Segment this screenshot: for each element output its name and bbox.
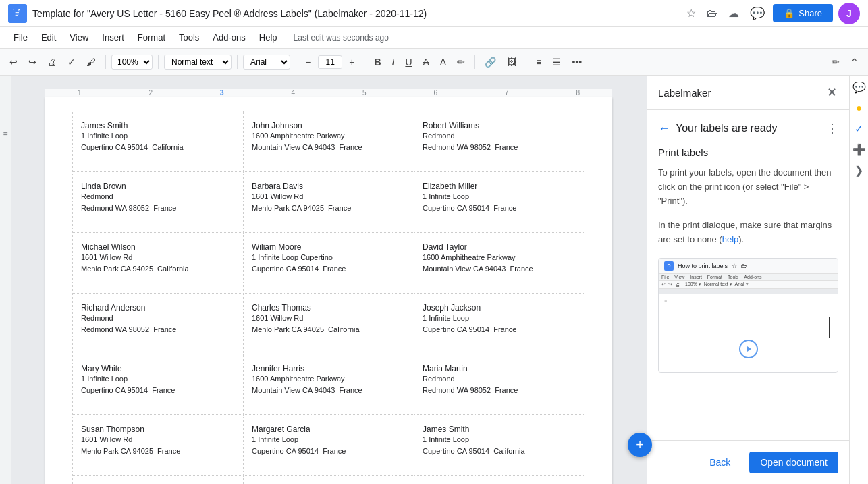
star-icon[interactable]: ☆ xyxy=(684,4,699,22)
back-button[interactable]: Back xyxy=(699,452,741,473)
print-button[interactable]: 🖨 xyxy=(43,54,61,70)
menu-help[interactable]: Help xyxy=(254,30,283,45)
menu-format[interactable]: Format xyxy=(132,30,171,45)
folder-icon[interactable]: 🗁 xyxy=(704,5,720,22)
more-options-button[interactable]: ⋮ xyxy=(826,121,838,136)
ruler-marks: 1 2 3 4 5 6 7 8 xyxy=(51,89,607,97)
menu-tools[interactable]: Tools xyxy=(173,30,205,45)
add-float-button[interactable]: + xyxy=(628,433,647,457)
open-document-button[interactable]: Open document xyxy=(749,452,838,473)
label-cell: Linda Brown RedmondRedmond WA 98052 Fran… xyxy=(73,172,244,233)
panel-header: Labelmaker ✕ xyxy=(647,76,849,110)
redo-button[interactable]: ↪ xyxy=(24,54,40,70)
image-button[interactable]: 🖼 xyxy=(503,54,520,70)
document-area[interactable]: 1 2 3 4 5 6 7 8 James Smith 1 Infinite L… xyxy=(11,76,647,484)
separator-1 xyxy=(105,55,106,69)
spellcheck-button[interactable]: ✓ xyxy=(63,54,80,70)
share-button[interactable]: 🔒 Share xyxy=(773,4,833,22)
preview-title-text: How to print labels xyxy=(678,263,728,269)
strikethrough-button[interactable]: A xyxy=(419,54,433,70)
label-cell: Patricia Jones 1600 Amphitheatre Parkway xyxy=(414,476,585,484)
underline-button[interactable]: U xyxy=(401,54,416,70)
label-cell: Susan Thompson 1601 Willow RdMenlo Park … xyxy=(73,415,244,476)
separator-6 xyxy=(474,55,475,69)
label-cell: Wiliam Moore 1 Infinite Loop CupertinoCu… xyxy=(244,233,414,294)
title-bar: Template for "Avery US Letter - 5160 Eas… xyxy=(0,0,868,27)
label-cell: Mary White 1 Infinite LoopCupertino CA 9… xyxy=(73,354,244,415)
italic-button[interactable]: I xyxy=(388,54,399,70)
preview-ruler xyxy=(659,289,838,294)
side-panel: Labelmaker ✕ ← Your labels are ready ⋮ P… xyxy=(647,76,849,484)
label-cell: John Johnson 1600 Amphitheatre Parkway xyxy=(73,476,244,484)
label-cell: Joseph Jackson 1 Infinite LoopCupertino … xyxy=(414,294,585,354)
close-panel-button[interactable]: ✕ xyxy=(825,84,838,101)
comments-icon[interactable]: 💬 xyxy=(747,3,767,24)
zoom-select[interactable]: 100% xyxy=(111,55,153,70)
margin-list-icon: ≡ xyxy=(3,130,7,139)
menu-edit[interactable]: Edit xyxy=(36,30,61,45)
title-icons: ☆ 🗁 ☁ xyxy=(684,4,742,22)
label-cell: Elizabeth Miller 1 Infinite LoopCupertin… xyxy=(414,172,585,233)
align-button[interactable]: ≡ xyxy=(532,54,545,70)
menu-bar: File Edit View Insert Format Tools Add-o… xyxy=(0,27,868,49)
lock-icon: 🔒 xyxy=(784,8,794,18)
preview-content: ≡ xyxy=(659,294,838,372)
menu-view[interactable]: View xyxy=(64,30,94,45)
edit-mode-button[interactable]: ✏ xyxy=(828,54,844,70)
label-cell: Robert Williams Redmond xyxy=(244,476,414,484)
label-cell: Margaret Garcia 1 Infinite LoopCupertino… xyxy=(244,415,414,476)
chat-icon[interactable]: 💬 xyxy=(852,81,866,94)
label-cell: James Smith 1 Infinite LoopCupertino CA … xyxy=(73,111,244,172)
text-cursor xyxy=(829,317,830,338)
back-nav-button[interactable]: ← xyxy=(658,122,670,136)
add-section-icon[interactable]: ➕ xyxy=(852,143,866,156)
label-cell: Barbara Davis 1601 Willow RdMenlo Park C… xyxy=(244,172,414,233)
more-button[interactable]: ••• xyxy=(568,54,586,70)
help-link[interactable]: help xyxy=(722,234,739,244)
cursor-area xyxy=(739,340,758,358)
separator-4 xyxy=(296,55,296,69)
list-button[interactable]: ☰ xyxy=(548,54,565,70)
highlight-button[interactable]: ✏ xyxy=(453,54,469,70)
bold-button[interactable]: B xyxy=(370,54,385,70)
label-cell: David Taylor 1600 Amphitheatre ParkwayMo… xyxy=(414,233,585,294)
separator-5 xyxy=(364,55,364,69)
cloud-icon[interactable]: ☁ xyxy=(726,4,742,22)
separator-7 xyxy=(526,55,526,69)
yellow-circle-icon[interactable]: ● xyxy=(856,102,863,114)
expand-button[interactable]: ⌃ xyxy=(846,54,863,70)
font-size-increase-button[interactable]: + xyxy=(345,54,358,70)
ruler: 1 2 3 4 5 6 7 8 xyxy=(45,89,612,97)
undo-button[interactable]: ↩ xyxy=(5,54,22,70)
menu-file[interactable]: File xyxy=(8,30,33,45)
doc-title: Template for "Avery US Letter - 5160 Eas… xyxy=(32,8,678,19)
label-cell: John Johnson 1600 Amphitheatre ParkwayMo… xyxy=(244,111,414,172)
print-section: Print labels To print your labels, open … xyxy=(658,146,838,247)
label-cell: Maria Martin RedmondRedmond WA 98052 Fra… xyxy=(414,354,585,415)
label-cell: Robert Williams RedmondRedmond WA 98052 … xyxy=(414,111,585,172)
panel-nav: ← Your labels are ready ⋮ xyxy=(658,121,838,136)
doc-icon xyxy=(8,4,27,23)
avatar[interactable]: J xyxy=(838,3,860,24)
text-color-button[interactable]: A xyxy=(436,54,450,70)
right-chevron-icon[interactable]: ❯ xyxy=(855,164,863,177)
labelmaker-panel: Labelmaker ✕ ← Your labels are ready ⋮ P… xyxy=(647,76,849,484)
preview-box: D How to print labels ☆ 🗁 File View Inse… xyxy=(658,258,838,373)
link-button[interactable]: 🔗 xyxy=(481,54,500,70)
font-select[interactable]: Arial xyxy=(243,55,290,70)
document-page: James Smith 1 Infinite LoopCupertino CA … xyxy=(45,97,612,484)
style-select[interactable]: Normal text xyxy=(164,55,232,70)
font-size-decrease-button[interactable]: − xyxy=(302,54,315,70)
menu-addons[interactable]: Add-ons xyxy=(207,30,250,45)
print-desc-1: To print your labels, open the document … xyxy=(658,166,838,208)
label-cell: Michael Wilson 1601 Willow RdMenlo Park … xyxy=(73,233,244,294)
paint-format-button[interactable]: 🖌 xyxy=(82,54,100,70)
label-grid: James Smith 1 Infinite LoopCupertino CA … xyxy=(72,111,585,484)
label-cell: Richard Anderson RedmondRedmond WA 98052… xyxy=(73,294,244,354)
label-cell: Jennifer Harris 1600 Amphitheatre Parkwa… xyxy=(244,354,414,415)
print-labels-title: Print labels xyxy=(658,146,838,158)
label-cell: Charles Thomas 1601 Willow RdMenlo Park … xyxy=(244,294,414,354)
blue-check-icon[interactable]: ✓ xyxy=(855,122,863,135)
font-size-input[interactable] xyxy=(318,55,342,69)
menu-insert[interactable]: Insert xyxy=(97,30,130,45)
